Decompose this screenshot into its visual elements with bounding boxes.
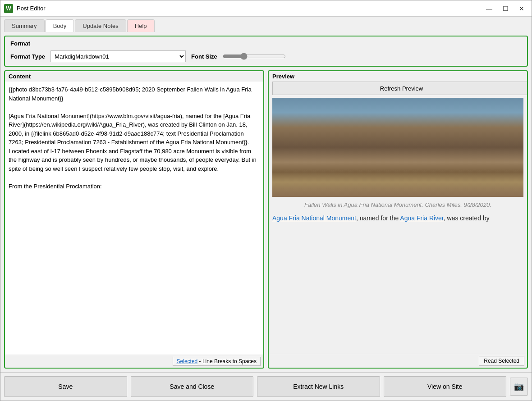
preview-panel: Preview Refresh Preview Fallen Walls in … — [268, 70, 528, 369]
save-and-close-button[interactable]: Save and Close — [131, 376, 254, 397]
extract-new-links-button[interactable]: Extract New Links — [257, 376, 380, 397]
font-size-label: Font Size — [191, 53, 217, 60]
save-button[interactable]: Save — [4, 376, 127, 397]
dash-label: - — [197, 358, 202, 365]
panels: Content Selected - Line Breaks to Spaces… — [4, 70, 528, 369]
read-selected-button[interactable]: Read Selected — [479, 356, 524, 366]
preview-header: Preview — [269, 71, 527, 82]
refresh-preview-button[interactable]: Refresh Preview — [272, 82, 528, 95]
window-controls: — ☐ ✕ — [483, 4, 528, 13]
preview-image — [272, 98, 523, 197]
photo-caption: Fallen Walls in Agua Fria National Monum… — [272, 197, 523, 213]
post-editor-window: W Post Editor — ☐ ✕ Summary Body Update … — [0, 0, 532, 401]
content-textarea[interactable] — [5, 82, 263, 355]
preview-link-river[interactable]: Agua Fria River — [400, 214, 443, 222]
tab-update-notes[interactable]: Update Notes — [75, 19, 126, 32]
minimize-button[interactable]: — — [483, 4, 495, 13]
tab-body[interactable]: Body — [46, 19, 74, 32]
bottom-bar: Save Save and Close Extract New Links Vi… — [0, 372, 532, 401]
format-group: Format Format Type MarkdigMarkdown01 Fon… — [4, 36, 528, 67]
view-on-site-button[interactable]: View on Site — [384, 376, 507, 397]
preview-legend: Preview — [272, 73, 294, 80]
camera-button[interactable]: 📷 — [510, 378, 528, 396]
preview-content: Fallen Walls in Agua Fria National Monum… — [269, 98, 527, 354]
format-type-select[interactable]: MarkdigMarkdown01 — [50, 50, 186, 62]
tab-summary[interactable]: Summary — [4, 19, 45, 32]
selected-label: Selected — [177, 358, 198, 365]
preview-link-monument[interactable]: Agua Fria National Monument — [272, 214, 356, 222]
tab-help[interactable]: Help — [127, 19, 155, 32]
title-bar: W Post Editor — ☐ ✕ — [0, 0, 532, 17]
format-legend: Format — [10, 40, 522, 47]
font-size-slider[interactable] — [223, 53, 286, 60]
window-title: Post Editor — [17, 5, 483, 12]
preview-text-part1: , named for the — [356, 214, 400, 222]
content-footer: Selected - Line Breaks to Spaces — [5, 355, 263, 368]
line-breaks-button[interactable]: Selected - Line Breaks to Spaces — [173, 357, 261, 366]
format-type-label: Format Type — [10, 53, 45, 60]
app-icon: W — [4, 4, 13, 13]
line-breaks-label: Line Breaks to Spaces — [202, 358, 257, 365]
format-row: Format Type MarkdigMarkdown01 Font Size — [10, 50, 522, 62]
tab-bar: Summary Body Update Notes Help — [0, 17, 532, 32]
maximize-button[interactable]: ☐ — [499, 4, 512, 13]
content-legend: Content — [5, 71, 263, 82]
preview-footer: Read Selected — [269, 354, 527, 368]
main-content: Format Format Type MarkdigMarkdown01 Fon… — [0, 32, 532, 372]
preview-text: Agua Fria National Monument, named for t… — [272, 213, 523, 223]
preview-text-part2: , was created by — [444, 214, 490, 222]
camera-icon: 📷 — [514, 382, 524, 392]
close-button[interactable]: ✕ — [515, 4, 528, 13]
content-panel: Content Selected - Line Breaks to Spaces — [4, 70, 264, 369]
